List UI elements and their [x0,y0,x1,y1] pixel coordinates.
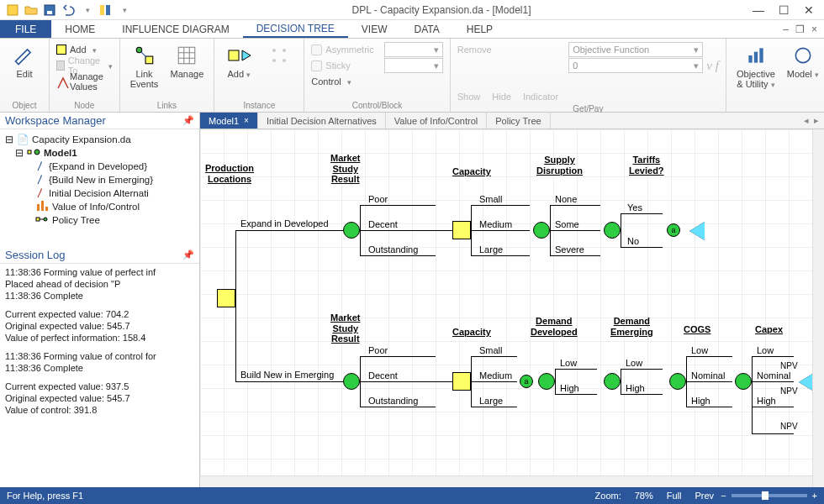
zoom-prev[interactable]: Prev [689,491,721,501]
horizontal-scrollbar[interactable] [200,475,812,487]
branch-expand: Expand in Developed [240,218,329,228]
qat-dropdown[interactable] [116,3,131,18]
mdi-close[interactable]: × [811,24,817,35]
zoom-full[interactable]: Full [660,491,689,501]
model-button[interactable]: Model [784,42,822,81]
node-capacity-2[interactable] [452,372,471,391]
hdr-demand-em: DemandEmerging [610,316,653,337]
hdr-capacity-1: Capacity [452,166,491,177]
tab-file[interactable]: FILE [0,20,51,38]
indicator-btn: Indicator [523,92,558,102]
subtree-ref-a-1[interactable]: a [667,223,680,237]
save-icon[interactable] [42,3,57,18]
hdr-cogs: COGS [684,324,710,335]
model-icon [791,44,815,67]
block-combo-1[interactable]: ▾ [384,42,443,57]
tab-help[interactable]: HELP [453,20,506,38]
subtree-ref-a-2[interactable]: a [520,375,533,388]
vertical-scrollbar[interactable] [812,129,824,487]
node-demand-developed[interactable] [538,373,555,390]
doctab-initial[interactable]: Initial Decision Alternatives [258,113,386,129]
minimize-button[interactable]: — [747,3,770,17]
node-production-locations[interactable] [217,289,235,307]
group-links: LinkEvents Manage Links [120,39,215,112]
links-manage-button[interactable]: Manage [167,42,208,81]
tab-home[interactable]: HOME [51,20,108,38]
group-node: Add Change To Manage Values Node [50,39,120,112]
customize-icon[interactable] [98,3,113,18]
node-cogs[interactable] [669,373,686,390]
block-combo-2[interactable]: ▾ [384,58,443,73]
maximize-button[interactable]: ☐ [772,3,795,17]
group-get-pay: Remove Show Hide Indicator Objective Fun… [451,39,726,112]
objective-combo[interactable]: Objective Function▾ [568,42,703,57]
pin-icon[interactable]: 📌 [182,249,194,260]
svg-rect-3 [100,5,104,15]
svg-rect-16 [759,48,763,62]
node-capex[interactable] [735,373,752,390]
undo-icon[interactable] [61,3,76,18]
dots-icon [267,44,291,67]
node-market-study-1[interactable] [343,222,360,239]
app-icon[interactable] [5,3,20,18]
close-button[interactable]: ✕ [797,3,821,17]
workspace-tree[interactable]: ⊟📄Capacity Expansion.da ⊟Model1 〳{Expand… [0,129,199,230]
open-icon[interactable] [24,3,39,18]
v-button: v [706,59,712,73]
instance-add-button[interactable]: Add [221,42,256,81]
zoom-slider[interactable] [732,494,807,497]
collapse-icon[interactable]: ⊟ [15,147,24,159]
group-right: Objective& Utility Model [726,39,824,112]
svg-rect-18 [28,150,31,154]
control-dropdown[interactable]: Control [311,74,373,89]
pin-icon[interactable]: 📌 [182,115,194,126]
session-log[interactable]: 11:38:36 Forming value of perfect inf Pl… [0,264,199,487]
branch-icon: 〳 [35,161,45,171]
mdi-restore[interactable]: ❐ [795,24,805,35]
edit-button[interactable]: Edit [7,42,42,81]
objective-utility-button[interactable]: Objective& Utility [733,42,779,92]
end-node-1[interactable] [689,222,705,240]
undo-dropdown[interactable] [79,3,94,18]
svg-point-13 [283,59,286,62]
hide-btn: Hide [492,92,511,102]
title-bar: DPL - Capacity Expansion.da - [Model1] —… [0,0,824,20]
link-events-button[interactable]: LinkEvents [127,42,162,91]
zoom-value[interactable]: 78% [628,491,660,501]
branch-build: Build New in Emerging [240,370,334,380]
tab-view[interactable]: VIEW [348,20,401,38]
svg-point-19 [34,150,40,155]
doctab-model1[interactable]: Model1× [200,113,258,129]
decision-tree-canvas[interactable]: ProductionLocations MarketStudyResult Ca… [200,129,824,487]
asymmetric-check [311,45,322,55]
node-demand-emerging[interactable] [604,373,621,390]
tab-decision-tree[interactable]: DECISION TREE [243,20,348,38]
hdr-capacity-2: Capacity [452,327,491,338]
value-combo[interactable]: 0▾ [568,58,703,73]
tab-influence-diagram[interactable]: INFLUENCE DIAGRAM [108,20,242,38]
branch-icon: 〳 [35,188,45,198]
tab-next-icon[interactable]: ▸ [814,115,819,126]
zoom-out-button[interactable]: − [721,491,726,501]
tab-data[interactable]: DATA [401,20,453,38]
sticky-check [311,60,322,71]
hdr-market-study-2: MarketStudyResult [330,312,360,344]
tab-prev-icon[interactable]: ◂ [804,115,809,126]
zoom-label: Zoom: [589,491,628,501]
node-capacity-1[interactable] [452,221,471,239]
svg-rect-15 [754,52,758,63]
collapse-icon[interactable]: ⊟ [5,134,13,145]
doctab-policy[interactable]: Policy Tree [487,113,550,129]
node-manage-values[interactable]: Manage Values [56,74,113,89]
window-title: DPL - Capacity Expansion.da - [Model1] [136,4,747,16]
hdr-tariffs: TariffsLevied? [629,155,664,176]
mdi-minimize[interactable]: – [783,24,789,35]
svg-rect-8 [229,50,239,60]
values-icon [56,76,66,87]
zoom-in-button[interactable]: + [812,491,817,501]
node-supply-disruption[interactable] [533,222,550,239]
doctab-value[interactable]: Value of Info/Control [386,113,487,129]
node-market-study-2[interactable] [343,373,360,390]
node-tariffs[interactable] [604,222,621,239]
close-tab-icon[interactable]: × [244,116,249,125]
